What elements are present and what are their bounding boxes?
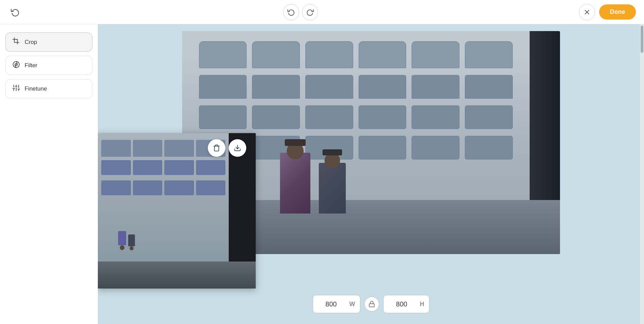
window	[465, 75, 513, 99]
window	[305, 75, 353, 99]
finetune-icon	[12, 84, 20, 93]
window	[252, 75, 300, 99]
window	[359, 136, 407, 159]
filter-icon	[12, 61, 20, 70]
width-input-wrapper: W	[313, 295, 360, 313]
thumb-figure-1	[118, 231, 126, 251]
window-row-1	[192, 41, 520, 68]
width-label: W	[348, 301, 359, 308]
thumb-windows-3	[101, 180, 225, 195]
window	[359, 75, 407, 99]
crop-icon	[12, 38, 20, 47]
svg-rect-14	[369, 304, 374, 307]
canvas-area: W H	[98, 24, 644, 324]
window	[412, 136, 459, 159]
header-left	[8, 5, 22, 19]
window	[359, 41, 407, 68]
scrollbar-right[interactable]	[640, 24, 644, 324]
window	[412, 41, 459, 68]
window	[252, 41, 300, 68]
history-button[interactable]	[8, 5, 22, 19]
finetune-tool-label: Finetune	[25, 85, 47, 92]
filter-tool-button[interactable]: Filter	[5, 56, 92, 75]
window	[465, 41, 513, 68]
window	[305, 41, 353, 68]
crop-tool-button[interactable]: Crop	[5, 32, 92, 52]
window	[412, 105, 459, 129]
window-row-2	[192, 75, 520, 99]
thumb-figure-2	[128, 234, 135, 251]
window	[465, 105, 513, 129]
figure-right	[317, 143, 347, 214]
height-label: H	[419, 301, 428, 308]
header-bar: Done	[0, 0, 644, 24]
width-input[interactable]	[314, 295, 348, 313]
height-input[interactable]	[385, 295, 419, 313]
scrollbar-thumb	[641, 26, 643, 53]
thumb-street	[98, 261, 256, 289]
download-button[interactable]	[229, 139, 246, 157]
window	[252, 105, 300, 129]
crop-tool-label: Crop	[25, 39, 37, 46]
window	[199, 41, 247, 68]
window	[199, 75, 247, 99]
window	[412, 75, 459, 99]
thumbnail-actions	[208, 139, 246, 157]
done-button[interactable]: Done	[599, 4, 636, 20]
sidebar: Crop Filter Finetune	[0, 24, 98, 324]
finetune-tool-button[interactable]: Finetune	[5, 79, 92, 98]
height-input-wrapper: H	[383, 295, 429, 313]
delete-button[interactable]	[208, 139, 225, 157]
figure-left	[277, 132, 314, 214]
window	[199, 105, 247, 129]
close-button[interactable]	[579, 4, 595, 20]
header-center	[283, 4, 318, 20]
undo-button[interactable]	[283, 4, 299, 20]
thumb-windows-2	[101, 160, 225, 175]
window	[305, 105, 353, 129]
window	[465, 136, 513, 159]
header-right: Done	[579, 4, 636, 20]
window-row-3	[192, 105, 520, 129]
thumb-windows	[101, 140, 225, 157]
dimension-bar: W H	[313, 295, 429, 313]
redo-button[interactable]	[302, 4, 318, 20]
thumbnail-preview	[98, 133, 256, 289]
aspect-lock-button[interactable]	[364, 297, 379, 311]
window	[359, 105, 407, 129]
filter-tool-label: Filter	[25, 62, 37, 69]
